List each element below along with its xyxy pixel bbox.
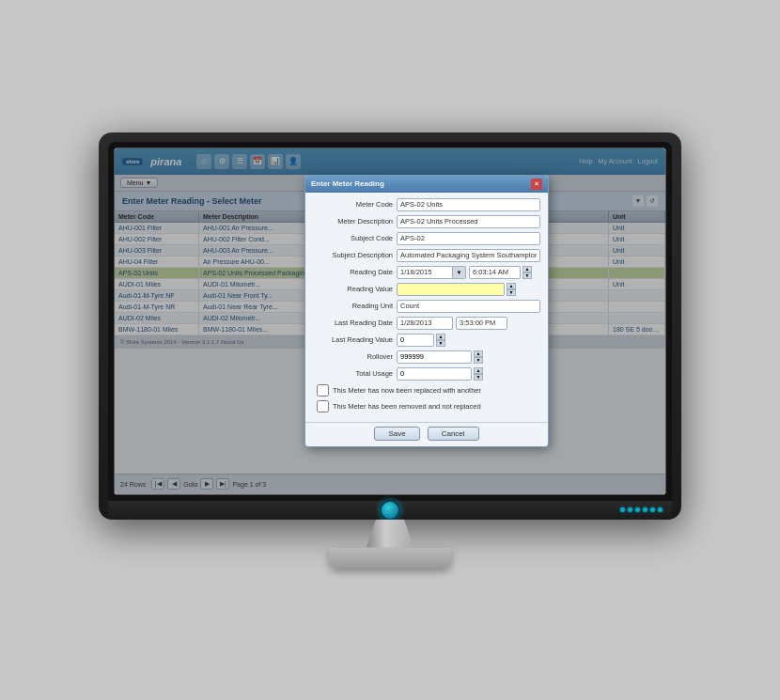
rollover-row: Rollover ▲ ▼: [313, 350, 540, 364]
reading-value-spinner: ▲ ▼: [507, 283, 516, 296]
rollover-up-btn[interactable]: ▲: [474, 350, 483, 357]
reading-value-label: Reading Value: [313, 285, 393, 293]
total-usage-row: Total Usage ▲ ▼: [313, 367, 540, 381]
monitor-bottom-bar: [108, 501, 672, 520]
last-reading-time-input[interactable]: [456, 317, 507, 330]
rollover-spinner: ▲ ▼: [474, 350, 483, 364]
last-reading-value-label: Last Reading Value: [313, 335, 393, 344]
checkbox2-row: This Meter has been removed and not repl…: [317, 400, 540, 412]
meter-code-input[interactable]: [397, 198, 540, 211]
removed-checkbox[interactable]: [317, 400, 329, 412]
screen-bezel: shire pirana ⌂ ⚙ ☰ 📅 📊 👤 Help: [108, 142, 672, 501]
dialog-close-button[interactable]: ×: [531, 179, 542, 190]
meter-desc-input[interactable]: [397, 215, 540, 228]
reading-date-row: Reading Date ▼ ▲: [313, 266, 540, 279]
reading-value-group: ▲ ▼: [397, 283, 516, 296]
subject-desc-label: Subject Description: [313, 251, 393, 259]
last-reading-value-input[interactable]: [397, 334, 434, 347]
last-reading-date-label: Last Reading Date: [313, 319, 393, 327]
subject-code-input[interactable]: [397, 232, 540, 245]
total-usage-up-btn[interactable]: ▲: [474, 367, 483, 374]
subject-code-row: Subject Code: [313, 232, 540, 245]
meter-desc-row: Meter Description: [313, 215, 540, 228]
reading-time-group: ▲ ▼: [469, 266, 532, 279]
dialog-title: Enter Meter Reading: [311, 179, 384, 188]
reading-date-input[interactable]: [397, 266, 453, 279]
monitor-container: shire pirana ⌂ ⚙ ☰ 📅 📊 👤 Help: [99, 132, 681, 568]
checkbox1-row: This Meter has now been replaced with an…: [317, 384, 540, 397]
reading-value-up-btn[interactable]: ▲: [507, 283, 516, 289]
reading-unit-input[interactable]: [397, 300, 540, 313]
enter-meter-reading-dialog: Enter Meter Reading × Meter Code M: [304, 175, 549, 447]
subject-code-label: Subject Code: [313, 234, 393, 242]
reading-unit-row: Reading Unit: [313, 300, 540, 313]
meter-desc-label: Meter Description: [313, 217, 393, 226]
last-reading-value-row: Last Reading Value ▲ ▼: [313, 334, 540, 347]
last-reading-date-input[interactable]: [397, 317, 453, 330]
removed-checkbox-label: This Meter has been removed and not repl…: [333, 402, 481, 411]
time-down-btn[interactable]: ▼: [523, 272, 532, 279]
dot-6: [658, 507, 663, 512]
dot-5: [650, 507, 655, 512]
replaced-checkbox-label: This Meter has now been replaced with an…: [333, 386, 481, 395]
monitor-indicator-dots: [620, 507, 663, 512]
last-reading-up-btn[interactable]: ▲: [436, 334, 445, 340]
cancel-button[interactable]: Cancel: [428, 427, 479, 441]
rollover-down-btn[interactable]: ▼: [474, 357, 483, 364]
meter-code-row: Meter Code: [313, 198, 540, 211]
total-usage-label: Total Usage: [313, 369, 393, 378]
reading-time-input[interactable]: [469, 266, 521, 279]
replaced-checkbox[interactable]: [317, 384, 329, 397]
last-reading-date-row: Last Reading Date: [313, 317, 540, 330]
reading-date-dropdown[interactable]: ▼: [453, 266, 466, 279]
total-usage-input[interactable]: [397, 367, 472, 381]
dot-3: [635, 507, 640, 512]
dialog-footer: Save Cancel: [305, 422, 548, 446]
rollover-group: ▲ ▼: [397, 350, 483, 364]
monitor-stand: [334, 520, 446, 568]
stand-neck: [367, 520, 413, 548]
screen: shire pirana ⌂ ⚙ ☰ 📅 📊 👤 Help: [114, 148, 666, 495]
total-usage-group: ▲ ▼: [397, 367, 483, 381]
subject-desc-row: Subject Description: [313, 249, 540, 262]
reading-date-group: ▼ ▲ ▼: [397, 266, 532, 279]
subject-desc-input[interactable]: [397, 249, 540, 262]
last-reading-value-group: ▲ ▼: [397, 334, 445, 347]
dot-4: [643, 507, 647, 512]
reading-date-wrapper: ▼: [397, 266, 466, 279]
dot-1: [620, 507, 625, 512]
reading-date-label: Reading Date: [313, 268, 393, 276]
monitor-bezel: shire pirana ⌂ ⚙ ☰ 📅 📊 👤 Help: [99, 132, 681, 520]
app: shire pirana ⌂ ⚙ ☰ 📅 📊 👤 Help: [115, 148, 665, 494]
last-reading-value-spinner: ▲ ▼: [436, 334, 445, 347]
save-button[interactable]: Save: [374, 427, 419, 441]
monitor-power-button[interactable]: [380, 500, 400, 521]
stand-base: [329, 548, 451, 568]
total-usage-spinner: ▲ ▼: [474, 367, 483, 381]
dialog-body: Meter Code Meter Description Subject Cod…: [305, 193, 548, 422]
reading-value-input[interactable]: [397, 283, 505, 296]
meter-code-label: Meter Code: [313, 200, 393, 209]
time-spinner: ▲ ▼: [523, 266, 532, 279]
last-reading-date-group: [397, 317, 507, 330]
reading-value-row: Reading Value ▲ ▼: [313, 283, 540, 296]
rollover-label: Rollover: [313, 352, 393, 361]
rollover-input[interactable]: [397, 350, 472, 364]
reading-unit-label: Reading Unit: [313, 302, 393, 310]
total-usage-down-btn[interactable]: ▼: [474, 374, 483, 381]
dot-2: [628, 507, 632, 512]
reading-value-down-btn[interactable]: ▼: [507, 289, 516, 296]
dialog-title-bar: Enter Meter Reading ×: [305, 176, 548, 193]
time-up-btn[interactable]: ▲: [523, 266, 532, 272]
last-reading-down-btn[interactable]: ▼: [436, 340, 445, 347]
